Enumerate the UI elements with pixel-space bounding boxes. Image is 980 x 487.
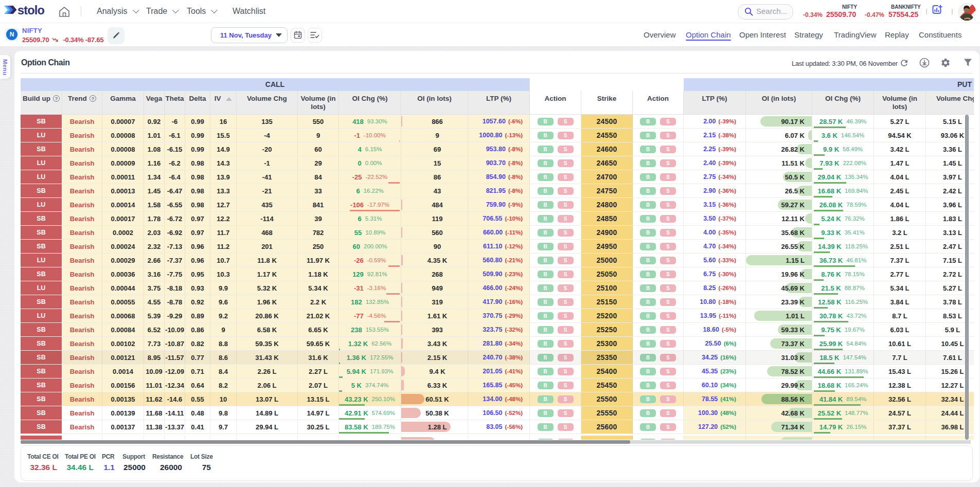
- svg-text:stolo: stolo: [17, 5, 45, 17]
